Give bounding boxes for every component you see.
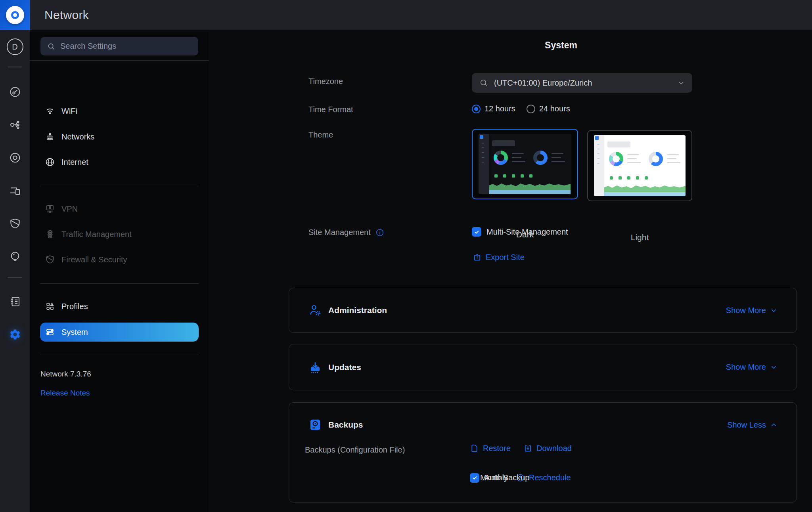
timezone-value: (UTC+01:00) Europe/Zurich bbox=[494, 78, 672, 88]
rail-system-log[interactable] bbox=[0, 292, 30, 311]
sidebar-item-label: VPN bbox=[61, 204, 78, 214]
rail-devices[interactable] bbox=[0, 148, 30, 167]
console-avatar[interactable]: D bbox=[0, 37, 30, 56]
auto-backup-checkbox[interactable]: Auto Backup bbox=[470, 473, 529, 483]
sidebar-item-label: WiFi bbox=[61, 107, 77, 116]
radio-12-hours[interactable]: 12 hours bbox=[472, 104, 515, 113]
checkbox-checked-icon bbox=[470, 473, 479, 483]
export-site-label: Export Site bbox=[486, 253, 525, 262]
bulb-icon bbox=[9, 250, 21, 262]
sidebar-item-vpn[interactable]: VPN bbox=[40, 199, 199, 218]
auto-backup-row: Auto Backup Monthly Reschedule bbox=[470, 473, 571, 482]
sidebar-divider bbox=[40, 186, 199, 186]
section-title: Backups bbox=[328, 420, 363, 430]
unifi-logo[interactable] bbox=[0, 0, 30, 30]
search-icon bbox=[47, 42, 56, 51]
rail-divider bbox=[8, 277, 22, 278]
vpn-icon bbox=[45, 204, 55, 214]
sidebar-item-label: Profiles bbox=[61, 302, 88, 311]
sidebar-item-system[interactable]: System bbox=[40, 323, 199, 342]
backups-show-less[interactable]: Show Less bbox=[727, 420, 778, 430]
networks-icon bbox=[45, 132, 55, 142]
updates-show-more[interactable]: Show More bbox=[726, 363, 778, 372]
clients-icon bbox=[9, 185, 21, 197]
rail-topology[interactable] bbox=[0, 115, 30, 134]
download-link[interactable]: Download bbox=[523, 444, 572, 453]
system-icon bbox=[45, 327, 55, 337]
app-title: Network bbox=[44, 8, 89, 22]
section-title: Updates bbox=[328, 363, 361, 372]
time-format-label: Time Format bbox=[308, 105, 353, 114]
gear-icon bbox=[9, 329, 21, 340]
radio-icon bbox=[472, 105, 481, 113]
administration-show-more[interactable]: Show More bbox=[726, 306, 778, 315]
rail-settings[interactable] bbox=[0, 325, 30, 344]
theme-option-light[interactable] bbox=[587, 130, 692, 201]
top-header: Network bbox=[0, 0, 812, 30]
sidebar-item-label: Networks bbox=[61, 132, 94, 141]
backups-icon bbox=[308, 418, 322, 432]
dashboard-icon bbox=[9, 86, 21, 98]
globe-icon bbox=[45, 157, 55, 167]
rail-clients[interactable] bbox=[0, 181, 30, 200]
sidebar-item-internet[interactable]: Internet bbox=[40, 153, 199, 172]
sidebar-item-profiles[interactable]: Profiles bbox=[40, 297, 199, 316]
administration-icon bbox=[308, 303, 322, 317]
backup-actions: Restore Download bbox=[470, 444, 572, 453]
sidebar-divider bbox=[40, 355, 199, 355]
os-rail: D bbox=[0, 30, 30, 512]
updates-card: Updates Show More bbox=[289, 344, 797, 390]
sidebar-item-label: Firewall & Security bbox=[61, 255, 127, 264]
checkbox-checked-icon bbox=[472, 227, 481, 237]
updates-icon bbox=[308, 360, 322, 374]
radio-icon bbox=[527, 105, 535, 113]
section-title: Administration bbox=[328, 306, 387, 315]
download-label: Download bbox=[536, 444, 572, 453]
export-icon bbox=[473, 253, 482, 262]
release-notes-link[interactable]: Release Notes bbox=[40, 389, 90, 397]
multi-site-checkbox-row[interactable]: Multi-Site Management bbox=[472, 227, 568, 237]
sidebar-item-wifi[interactable]: WiFi bbox=[40, 101, 199, 120]
console-letter: D bbox=[7, 38, 23, 55]
settings-sidebar: WiFi Networks Internet VPN bbox=[30, 30, 209, 512]
restore-link[interactable]: Restore bbox=[470, 444, 511, 453]
sidebar-item-label: Internet bbox=[61, 158, 88, 167]
radio-24-hours[interactable]: 24 hours bbox=[527, 104, 570, 113]
rail-insights[interactable] bbox=[0, 214, 30, 233]
sidebar-item-label: Traffic Management bbox=[61, 230, 132, 239]
restore-label: Restore bbox=[483, 444, 511, 453]
rail-support[interactable] bbox=[0, 247, 30, 266]
page-title: System bbox=[502, 40, 620, 51]
dark-theme-preview bbox=[479, 134, 571, 194]
sidebar-item-label: System bbox=[61, 328, 88, 337]
site-management-label: Site Management bbox=[308, 228, 384, 237]
system-settings-panel: System Timezone (UTC+01:00) Europe/Zuric… bbox=[209, 30, 812, 512]
document-icon bbox=[470, 444, 479, 453]
info-icon[interactable] bbox=[375, 228, 384, 237]
reschedule-label: Reschedule bbox=[529, 473, 571, 482]
traffic-light-icon bbox=[45, 229, 55, 239]
search-icon bbox=[479, 78, 488, 88]
timezone-dropdown[interactable]: (UTC+01:00) Europe/Zurich bbox=[472, 73, 692, 93]
rail-dashboard[interactable] bbox=[0, 82, 30, 101]
radio-label: 12 hours bbox=[485, 104, 515, 113]
timezone-label: Timezone bbox=[308, 77, 343, 86]
shield-slash-icon bbox=[9, 218, 21, 229]
wifi-icon bbox=[45, 106, 55, 116]
theme-option-dark[interactable] bbox=[472, 129, 578, 199]
sidebar-divider bbox=[40, 283, 199, 284]
download-icon bbox=[523, 444, 532, 453]
light-theme-preview bbox=[594, 135, 686, 196]
search-settings[interactable] bbox=[40, 37, 198, 55]
time-format-options: 12 hours 24 hours bbox=[472, 104, 570, 113]
search-input[interactable] bbox=[60, 42, 192, 51]
theme-light-label: Light bbox=[587, 233, 692, 242]
sidebar-item-traffic-management[interactable]: Traffic Management bbox=[40, 225, 199, 244]
sidebar-item-firewall-security[interactable]: Firewall & Security bbox=[40, 250, 199, 269]
chevron-down-icon bbox=[770, 363, 778, 371]
sidebar-item-networks[interactable]: Networks bbox=[40, 127, 199, 146]
topology-icon bbox=[9, 119, 21, 131]
export-site-link[interactable]: Export Site bbox=[473, 253, 525, 262]
rail-divider bbox=[8, 67, 22, 67]
backups-config-label: Backups (Configuration File) bbox=[305, 445, 405, 455]
